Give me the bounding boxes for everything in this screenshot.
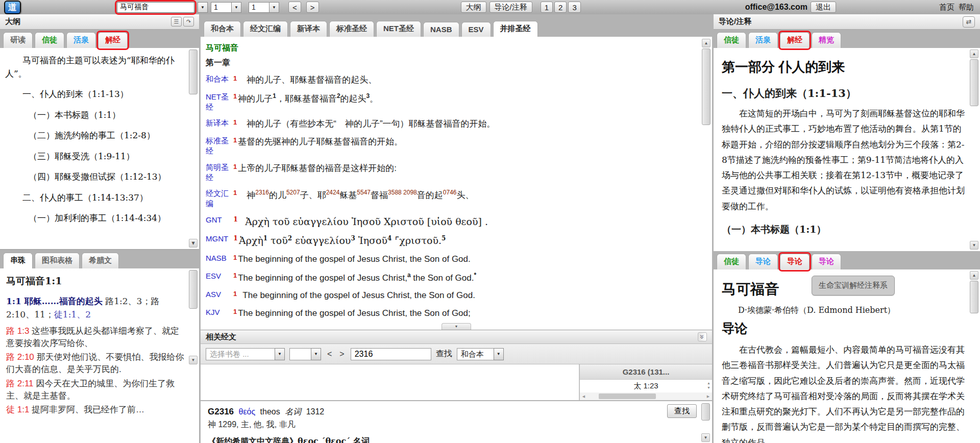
crossref-ref-link[interactable]: 路 1:3 — [6, 326, 29, 336]
outline-popout-icon[interactable]: ↷ — [183, 17, 194, 27]
crossref-ref-link[interactable]: 路 2:11 — [6, 379, 34, 388]
spinner-up-icon[interactable]: ▲ — [707, 381, 710, 385]
hscroll-left-icon[interactable]: ◀ — [580, 395, 587, 399]
tab-concordance[interactable]: 经文汇编 — [243, 21, 288, 37]
outline-scroll-down-icon[interactable]: ▼ — [189, 239, 198, 248]
outline-scrollbar[interactable]: ▼ — [189, 50, 198, 248]
word-study-scrollbar[interactable]: ▼ — [701, 403, 710, 442]
crossref-scrollbar[interactable]: ▼ — [189, 270, 198, 441]
columns-1-button[interactable]: 1 — [541, 2, 553, 13]
version-link-cbs[interactable]: 简明圣经 — [201, 162, 233, 183]
refresh-icon[interactable]: ⇄ — [963, 16, 975, 28]
tab-nasb[interactable]: NASB — [423, 22, 459, 37]
version-link-cuv[interactable]: 和合本 — [201, 74, 233, 86]
crossref-scroll-down-icon[interactable]: ▼ — [189, 356, 198, 364]
tab-ncv[interactable]: 新译本 — [290, 21, 327, 37]
introduction-scroll-up-icon[interactable]: ▲ — [970, 271, 978, 280]
version-link-gnt[interactable]: GNT — [201, 215, 233, 229]
series-button[interactable]: 生命宝训解经注释系 — [812, 276, 895, 296]
scripture-collapse-icon[interactable]: ▼ — [442, 323, 471, 330]
version-link-concordance[interactable]: 经文汇编 — [201, 188, 233, 209]
version-link-mgnt[interactable]: MGNT — [201, 234, 233, 248]
related-chapter-select-arrow-icon[interactable]: ▼ — [311, 348, 321, 360]
spinner-down-icon[interactable]: ▼ — [707, 385, 710, 390]
version-link-nasb[interactable]: NASB — [201, 253, 233, 265]
commentary-panel-button[interactable]: 导论/注释 — [489, 2, 532, 13]
tab-cuv[interactable]: 和合本 — [204, 21, 241, 37]
crossref-ref-link[interactable]: 徒 1:1 — [6, 405, 29, 414]
verse-select[interactable]: 1 ▼ — [249, 2, 279, 13]
chapter-dropdown-arrow-icon[interactable]: ▼ — [231, 2, 241, 13]
related-prev-button[interactable]: < — [326, 350, 333, 359]
crossref-ref-link[interactable]: 路 2:10 — [6, 352, 34, 362]
commentary-scroll-up-icon[interactable]: ▲ — [970, 50, 978, 58]
outline-scrollbar-thumb[interactable] — [189, 50, 198, 94]
crossref-scrollbar-thumb[interactable] — [189, 270, 198, 309]
app-logo[interactable]: 道 — [4, 1, 21, 14]
outline-panel-button[interactable]: 大纲 — [461, 2, 486, 13]
logout-button[interactable]: 退出 — [811, 2, 836, 13]
hscroll-thumb[interactable] — [599, 393, 656, 399]
word-study-scrollbar-thumb[interactable] — [701, 403, 710, 421]
tab-believers[interactable]: 信徒 — [717, 254, 746, 269]
related-next-button[interactable]: > — [338, 350, 346, 359]
introduction-scrollbar-thumb[interactable] — [970, 281, 978, 313]
tab-greek[interactable]: 希腊文 — [82, 253, 119, 268]
columns-3-button[interactable]: 3 — [568, 2, 580, 13]
tab-net[interactable]: NET圣经 — [376, 21, 421, 37]
verse-dropdown-arrow-icon[interactable]: ▼ — [269, 2, 279, 13]
commentary-scrollbar-thumb[interactable] — [970, 59, 978, 106]
introduction-scrollbar[interactable]: ▲ — [970, 271, 978, 441]
word-study-scroll-down-icon[interactable]: ▼ — [701, 433, 710, 442]
chapter-select[interactable]: 1 ▼ — [211, 2, 241, 13]
related-version-select[interactable]: 和合本 ▼ — [457, 348, 504, 360]
related-find-button[interactable]: 查找 — [436, 349, 452, 359]
related-collapse-icon[interactable]: » — [698, 332, 707, 341]
columns-2-button[interactable]: 2 — [554, 2, 567, 13]
tab-introduction-2[interactable]: 导论 — [780, 254, 810, 269]
tab-living-spring[interactable]: 活泉 — [748, 32, 778, 48]
version-link-esv[interactable]: ESV — [201, 271, 233, 284]
outline-list-icon[interactable]: ☰ — [171, 17, 182, 27]
scripture-scrollbar[interactable]: ▲ — [702, 39, 710, 326]
commentary-scrollbar[interactable]: ▲ ▼ — [970, 50, 978, 250]
version-link-ncv[interactable]: 新译本 — [201, 118, 233, 130]
version-link-asv[interactable]: ASV — [201, 289, 233, 302]
tab-believers[interactable]: 信徒 — [35, 32, 64, 48]
book-dropdown-arrow-icon[interactable]: ▼ — [198, 2, 208, 13]
tab-exposition[interactable]: 解经 — [780, 32, 810, 48]
tab-living-spring[interactable]: 活泉 — [66, 32, 96, 48]
tab-introduction-1[interactable]: 导论 — [748, 254, 778, 269]
version-link-csb[interactable]: 标准圣经 — [201, 136, 233, 157]
prev-verse-button[interactable]: < — [288, 2, 301, 13]
tab-introduction-3[interactable]: 导论 — [812, 254, 841, 269]
tab-study[interactable]: 研读 — [3, 32, 33, 48]
book-input[interactable] — [117, 2, 194, 13]
tab-overview[interactable]: 精览 — [812, 32, 841, 48]
tab-csb[interactable]: 标准圣经 — [329, 21, 374, 37]
tab-charts-tables[interactable]: 图和表格 — [35, 253, 80, 268]
strongs-result-item[interactable]: 太 1:23 ▲ ▼ — [580, 380, 712, 392]
tab-exposition[interactable]: 解经 — [98, 32, 128, 48]
related-search-input[interactable] — [351, 348, 431, 360]
hscroll-right-icon[interactable]: ▶ — [704, 395, 712, 399]
related-version-select-arrow-icon[interactable]: ▼ — [494, 348, 504, 360]
greek-word[interactable]: θεός — [239, 407, 256, 416]
related-book-select[interactable]: 选择书卷 ... ▼ — [206, 348, 285, 360]
help-link[interactable]: 帮助 — [959, 3, 974, 12]
tab-cross-references[interactable]: 串珠 — [3, 253, 33, 268]
related-chapter-select[interactable]: ▼ — [289, 348, 321, 360]
scripture-scroll-up-icon[interactable]: ▲ — [702, 39, 710, 47]
word-study-find-button[interactable]: 查找 — [667, 404, 697, 418]
tab-believers[interactable]: 信徒 — [717, 32, 746, 48]
next-verse-button[interactable]: > — [306, 2, 319, 13]
commentary-scroll-down-icon[interactable]: ▼ — [970, 241, 978, 250]
version-link-net[interactable]: NET圣经 — [201, 92, 233, 113]
result-horizontal-scrollbar[interactable]: ◀ ▶ — [580, 392, 712, 400]
related-book-select-arrow-icon[interactable]: ▼ — [275, 348, 285, 360]
crossref-head-refs-link[interactable]: 徒1:1、2 — [54, 309, 91, 319]
tab-esv[interactable]: ESV — [461, 22, 491, 37]
scripture-scrollbar-thumb[interactable] — [702, 48, 710, 125]
home-link[interactable]: 首页 — [939, 3, 954, 12]
version-link-kjv[interactable]: KJV — [201, 307, 233, 319]
